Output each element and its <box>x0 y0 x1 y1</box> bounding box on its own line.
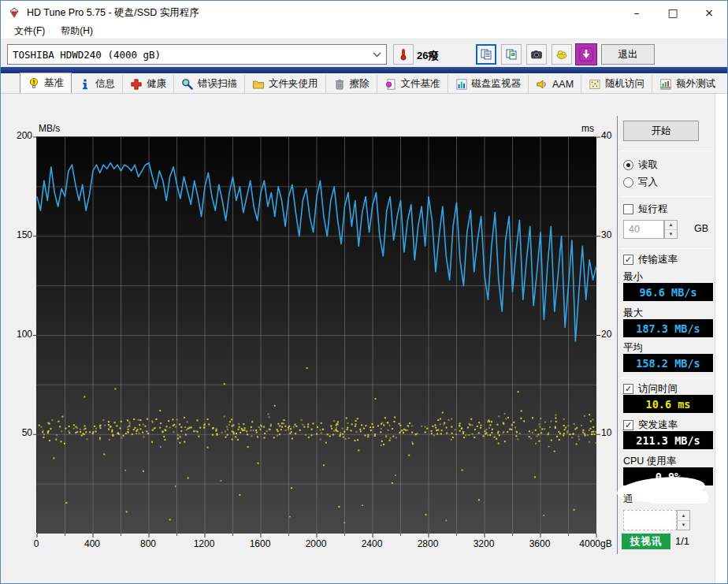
tab-label: 擦除 <box>350 77 370 91</box>
control-panel: 开始 读取 写入 短行程 40 ▲ ▼ GB <box>620 94 715 584</box>
tab-label: 随机访问 <box>605 77 644 91</box>
temperature-value: 26癈 <box>417 49 438 63</box>
tab-info[interactable]: 信息 <box>72 75 123 93</box>
copy-image-button[interactable] <box>501 44 522 65</box>
read-radio[interactable] <box>623 160 633 170</box>
access-time-label: 访问时间 <box>638 382 678 396</box>
copy-text-button[interactable] <box>476 44 496 65</box>
watermark-overlay <box>630 512 672 528</box>
tab-benchmark[interactable]: 基准 <box>20 73 72 93</box>
tab-label: 磁盘监视器 <box>472 77 522 91</box>
aam-icon <box>536 78 548 91</box>
write-radio[interactable] <box>623 177 633 188</box>
spin-down-icon[interactable]: ▼ <box>678 521 689 530</box>
exit-button[interactable]: 退出 <box>601 44 655 65</box>
short-stroke-value[interactable]: 40 <box>623 220 664 239</box>
avg-value-display: 158.2 MB/s <box>623 354 713 372</box>
separator <box>620 196 713 197</box>
page-indicator: 1/1 <box>675 535 689 547</box>
save-results-button[interactable] <box>552 44 572 65</box>
x-tick-label: 4000gB <box>572 538 619 549</box>
thermometer-icon <box>397 48 410 61</box>
chart-canvas <box>37 137 596 534</box>
start-button[interactable]: 开始 <box>623 121 699 141</box>
short-stroke-label: 短行程 <box>638 203 668 216</box>
down-arrow-icon <box>579 47 593 61</box>
access-time-row[interactable]: ✓ 访问时间 <box>623 382 678 396</box>
transfer-rate-row[interactable]: ✓ 传输速率 <box>623 253 678 266</box>
camera-icon <box>530 48 543 61</box>
x-tick-label: 800 <box>124 538 172 549</box>
tab-health[interactable]: 健康 <box>123 75 174 93</box>
copy-image-icon <box>505 48 518 61</box>
cpu-usage-label: CPU 使用率 <box>623 455 676 468</box>
maximize-button[interactable]: □ <box>655 1 691 24</box>
y-left-tick-label: 200 <box>9 130 32 141</box>
screenshot-button[interactable] <box>526 44 547 65</box>
download-button[interactable] <box>575 43 597 65</box>
menu-help[interactable]: 帮助(H) <box>54 24 100 39</box>
y-left-tick-label: 50 <box>9 427 32 438</box>
temperature-button[interactable] <box>393 44 414 65</box>
tab-label: 基准 <box>44 76 64 90</box>
x-tick-label: 2400 <box>348 538 396 549</box>
x-tick-label: 0 <box>13 538 60 549</box>
spin-down-icon[interactable]: ▼ <box>665 230 677 239</box>
tab-random-access[interactable]: 随机访问 <box>581 75 652 93</box>
access-time-checkbox[interactable]: ✓ <box>623 384 633 394</box>
tab-folder-usage[interactable]: 文件夹使用 <box>245 75 326 93</box>
spin-up-icon[interactable]: ▲ <box>665 221 677 230</box>
drive-select-value: TOSHIBA HDWD240 (4000 gB) <box>13 49 161 61</box>
tab-error-scan[interactable]: 错误扫描 <box>174 75 245 93</box>
gb-unit-label: GB <box>694 223 708 234</box>
chevron-down-icon <box>373 52 381 58</box>
separator <box>620 378 713 378</box>
tab-label: 信息 <box>95 77 115 91</box>
y-left-tick-label: 100 <box>9 329 32 340</box>
tab-label: 文件夹使用 <box>269 77 318 91</box>
tab-bar: 基准 信息 健康 错误扫描 文件夹 <box>1 73 727 94</box>
tab-aam[interactable]: AAM <box>529 75 581 93</box>
transfer-rate-label: 传输速率 <box>638 253 678 266</box>
y-right-axis-unit: ms <box>581 123 594 134</box>
menu-file[interactable]: 文件(F) <box>7 24 52 39</box>
separator <box>620 151 713 151</box>
file-benchmark-icon <box>384 78 397 91</box>
burst-rate-label: 突发速率 <box>638 418 678 432</box>
benchmark-page: MB/sms2001501005040302010040080012001600… <box>1 94 727 584</box>
tab-label: 文件基准 <box>401 77 440 91</box>
obscured-stepper[interactable]: ▲ ▼ <box>677 510 690 530</box>
tab-label: 额外测试 <box>676 77 715 91</box>
read-radio-row[interactable]: 读取 <box>623 158 658 172</box>
obscured-label: 通 <box>623 493 633 506</box>
access-time-display: 10.6 ms <box>623 395 713 413</box>
write-radio-row[interactable]: 写入 <box>623 176 658 189</box>
toolbar: TOSHIBA HDWD240 (4000 gB) 26癈 <box>1 40 727 67</box>
tab-erase[interactable]: 擦除 <box>326 75 377 93</box>
panel-divider <box>617 116 618 554</box>
max-label: 最大 <box>623 307 643 320</box>
burst-rate-row[interactable]: ✓ 突发速率 <box>623 418 678 432</box>
menu-bar: 文件(F) 帮助(H) <box>1 24 727 39</box>
short-stroke-row[interactable]: 短行程 <box>623 203 668 216</box>
y-right-tick-label: 10 <box>601 427 622 438</box>
close-button[interactable]: × <box>691 1 727 24</box>
accent-bar <box>1 67 727 73</box>
x-tick-label: 400 <box>69 538 116 549</box>
transfer-rate-checkbox[interactable]: ✓ <box>623 255 633 265</box>
short-stroke-stepper[interactable]: ▲ ▼ <box>664 220 678 239</box>
burst-rate-checkbox[interactable]: ✓ <box>623 420 633 430</box>
extra-tests-icon <box>659 78 672 91</box>
disk-monitor-icon <box>455 78 468 91</box>
tab-file-benchmark[interactable]: 文件基准 <box>377 75 448 93</box>
minimize-button[interactable]: – <box>618 1 655 24</box>
drive-select[interactable]: TOSHIBA HDWD240 (4000 gB) <box>7 44 387 65</box>
short-stroke-checkbox[interactable] <box>623 204 633 214</box>
x-tick-label: 2800 <box>404 538 451 549</box>
tab-extra-tests[interactable]: 额外测试 <box>652 75 722 93</box>
folder-usage-icon <box>252 78 265 91</box>
tab-disk-monitor[interactable]: 磁盘监视器 <box>448 75 529 93</box>
min-label: 最小 <box>623 270 643 284</box>
spin-up-icon[interactable]: ▲ <box>678 511 689 521</box>
plot-area <box>36 136 596 533</box>
